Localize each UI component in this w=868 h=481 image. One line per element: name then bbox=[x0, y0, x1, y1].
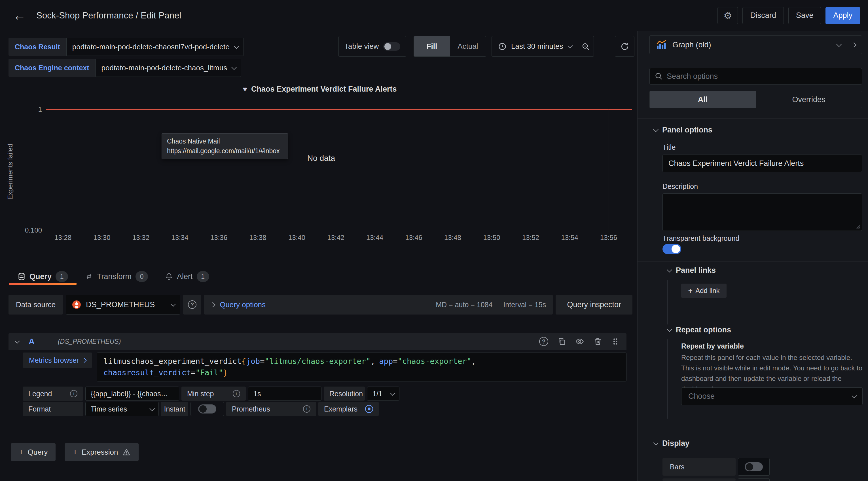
visualization-picker: Graph (old) bbox=[649, 35, 862, 54]
repeat-options-header[interactable]: Repeat options bbox=[667, 326, 731, 334]
refresh-icon bbox=[620, 42, 629, 51]
time-range-picker[interactable]: Last 30 minutes bbox=[492, 36, 578, 56]
zoom-out-button[interactable] bbox=[578, 36, 594, 56]
eye-icon[interactable] bbox=[575, 337, 585, 346]
variable-value-dropdown[interactable]: podtato-main-pod-delete-chaos_litmus bbox=[96, 59, 242, 77]
tab-all[interactable]: All bbox=[650, 91, 756, 108]
collapse-chevron-icon[interactable] bbox=[14, 338, 20, 343]
plot-area[interactable] bbox=[46, 109, 632, 230]
metrics-browser-label: Metrics browser bbox=[29, 356, 79, 364]
metrics-browser-button[interactable]: Metrics browser bbox=[23, 353, 92, 368]
panel-title: Chaos Experiment Verdict Failure Alerts bbox=[251, 85, 397, 94]
query-datasource-hint: (DS_PROMETHEUS) bbox=[58, 338, 121, 345]
chevron-down-icon bbox=[567, 43, 572, 48]
panel-settings-button[interactable]: ⚙ bbox=[717, 7, 738, 24]
trash-icon[interactable] bbox=[594, 337, 602, 346]
instant-toggle[interactable] bbox=[198, 404, 216, 414]
tab-transform[interactable]: Transform 0 bbox=[76, 268, 156, 285]
visualization-select[interactable]: Graph (old) bbox=[650, 36, 846, 54]
title-field-label: Title bbox=[662, 143, 676, 151]
table-view-toggle[interactable] bbox=[383, 42, 400, 51]
next-toggle-partial bbox=[738, 478, 770, 481]
query-inspector-button[interactable]: Query inspector bbox=[556, 295, 632, 314]
code-line-1: litmuschaos_experiment_verdict{job="litm… bbox=[103, 356, 620, 367]
discard-button[interactable]: Discard bbox=[742, 7, 784, 24]
query-options-toggle[interactable]: Query options bbox=[220, 300, 266, 309]
repeat-variable-select[interactable]: Choose bbox=[681, 387, 863, 405]
legend-label-chip: Legendi bbox=[23, 387, 83, 401]
panel-title-input[interactable] bbox=[662, 155, 862, 172]
transform-icon bbox=[85, 273, 93, 280]
apply-button[interactable]: Apply bbox=[826, 7, 860, 24]
back-arrow-icon[interactable]: ← bbox=[13, 9, 26, 22]
magnifier-minus-icon bbox=[581, 42, 590, 51]
query-ref-id: A bbox=[29, 337, 35, 346]
heart-icon: ♥ bbox=[243, 85, 247, 93]
options-filter-tabs: All Overrides bbox=[649, 91, 862, 108]
no-data-text: No data bbox=[297, 154, 345, 163]
bars-toggle[interactable] bbox=[745, 462, 763, 471]
tab-query[interactable]: Query 1 bbox=[9, 268, 76, 285]
annotation-tooltip: Chaos Native Mail https://mail.google.co… bbox=[162, 133, 288, 159]
exemplars-eye-icon[interactable] bbox=[365, 405, 373, 413]
x-axis-labels: 13:2813:3013:3213:3413:3613:3813:4013:42… bbox=[46, 234, 632, 243]
datasource-help-button[interactable]: ? bbox=[183, 295, 201, 314]
divider bbox=[638, 262, 868, 262]
datasource-name: DS_PROMETHEUS bbox=[86, 300, 155, 309]
grafana-edit-panel: ← Sock-Shop Performance / Edit Panel ⚙ D… bbox=[0, 0, 868, 481]
transparent-background-toggle[interactable] bbox=[662, 244, 681, 254]
fill-option[interactable]: Fill bbox=[414, 36, 450, 56]
help-icon[interactable]: ? bbox=[539, 337, 548, 346]
fill-actual-segment: Fill Actual bbox=[413, 36, 486, 57]
max-data-points: MD = auto = 1084 bbox=[436, 301, 492, 309]
panel-links-header[interactable]: Panel links bbox=[667, 266, 716, 275]
add-link-button[interactable]: + Add link bbox=[681, 283, 726, 298]
drag-handle-icon[interactable] bbox=[611, 337, 619, 346]
chevron-right-icon bbox=[851, 42, 857, 48]
tooltip-title: Chaos Native Mail bbox=[167, 138, 283, 145]
legend-input[interactable]: {{app_label}} - {{chaos… bbox=[85, 387, 179, 401]
variable-value-dropdown[interactable]: podtato-main-pod-delete-chaosnl7vd-pod-d… bbox=[66, 38, 244, 56]
copy-icon[interactable] bbox=[557, 337, 566, 346]
collapse-pane-button[interactable] bbox=[846, 36, 862, 54]
promql-code-editor[interactable]: litmuschaos_experiment_verdict{job="litm… bbox=[97, 353, 626, 382]
info-icon[interactable]: i bbox=[70, 390, 78, 397]
datasource-label: Data source bbox=[8, 295, 63, 314]
datasource-picker[interactable]: DS_PROMETHEUS bbox=[66, 295, 180, 314]
display-header[interactable]: Display bbox=[653, 439, 689, 448]
edit-pane-tabs: Query 1 Transform 0 Alert 1 bbox=[0, 268, 640, 285]
tab-alert[interactable]: Alert 1 bbox=[156, 268, 218, 285]
table-view-label: Table view bbox=[344, 42, 379, 51]
transparent-background-label: Transparent background bbox=[662, 234, 739, 242]
panel-options-header[interactable]: Panel options bbox=[653, 126, 712, 134]
format-label-chip: Format bbox=[23, 402, 83, 416]
info-icon[interactable]: i bbox=[233, 390, 240, 397]
add-query-button[interactable]: + Query bbox=[11, 443, 56, 461]
tab-overrides[interactable]: Overrides bbox=[756, 91, 862, 108]
gridline bbox=[219, 109, 219, 230]
chevron-down-icon bbox=[231, 65, 237, 70]
tab-count-badge: 1 bbox=[56, 271, 68, 282]
gridline bbox=[63, 109, 63, 230]
resize-handle-icon[interactable] bbox=[855, 223, 861, 230]
info-icon[interactable]: i bbox=[303, 405, 310, 413]
x-tick-label: 13:50 bbox=[475, 234, 509, 242]
resolution-select[interactable]: 1/1 bbox=[367, 387, 399, 401]
x-tick-label: 13:54 bbox=[553, 234, 587, 242]
x-tick-label: 13:38 bbox=[241, 234, 275, 242]
next-option-row-partial bbox=[662, 478, 736, 481]
search-input[interactable] bbox=[667, 72, 857, 81]
refresh-button[interactable] bbox=[615, 36, 634, 57]
x-tick-label: 13:32 bbox=[124, 234, 158, 242]
panel-header[interactable]: ♥ Chaos Experiment Verdict Failure Alert… bbox=[0, 83, 640, 95]
query-options-row-1: Legendi {{app_label}} - {{chaos… Min ste… bbox=[23, 387, 399, 401]
active-tab-underline bbox=[9, 283, 76, 285]
gridline bbox=[570, 109, 570, 230]
min-step-input[interactable]: 1s bbox=[248, 387, 321, 401]
add-expression-button[interactable]: + Expression bbox=[65, 443, 138, 461]
save-button[interactable]: Save bbox=[788, 7, 821, 24]
x-tick-label: 13:42 bbox=[319, 234, 353, 242]
actual-option[interactable]: Actual bbox=[450, 36, 486, 56]
format-select[interactable]: Time series bbox=[85, 402, 159, 416]
description-textarea[interactable] bbox=[662, 193, 862, 231]
